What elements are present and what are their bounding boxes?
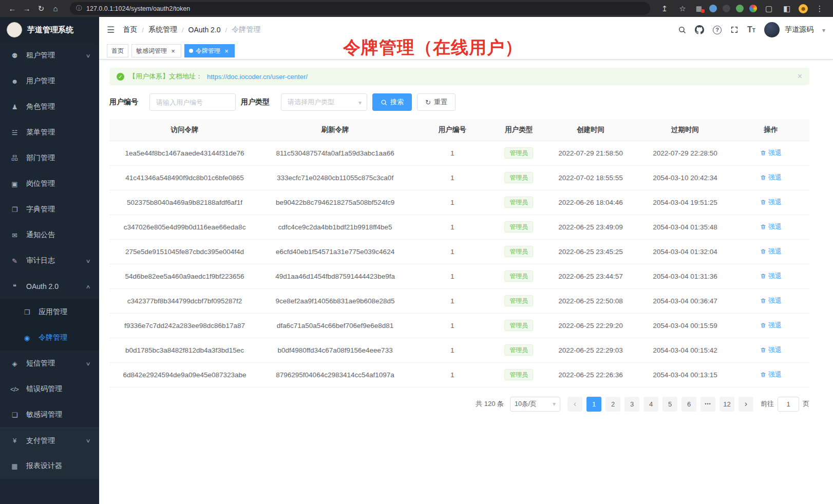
force-logout-button[interactable]: 强退: [760, 148, 782, 158]
search-button[interactable]: 搜索: [372, 93, 412, 111]
force-logout-button[interactable]: 强退: [760, 321, 782, 330]
extension-icon-4[interactable]: [736, 5, 744, 12]
next-page-button[interactable]: [739, 397, 753, 412]
breadcrumb-item[interactable]: 系统管理: [148, 25, 177, 34]
sidebar-item-user[interactable]: ☻用户管理: [0, 68, 99, 94]
page-1-button[interactable]: 1: [586, 397, 601, 412]
bookmark-star-icon[interactable]: [676, 5, 689, 12]
sidebar-item-menu[interactable]: ☱菜单管理: [0, 120, 99, 145]
sidebar-item-oauth2-app[interactable]: ❒应用管理: [0, 299, 99, 325]
force-logout-label: 强退: [768, 198, 782, 207]
trash-icon: [760, 298, 766, 304]
user-name[interactable]: 芋道源码: [785, 25, 813, 34]
page-2-button[interactable]: 2: [605, 397, 620, 412]
search-icon[interactable]: [678, 26, 686, 34]
user-id-input[interactable]: [149, 93, 236, 111]
user-avatar[interactable]: [764, 22, 780, 37]
browser-back-icon[interactable]: [6, 5, 18, 12]
sidebar-item-notice[interactable]: ✉通知公告: [0, 222, 99, 248]
browser-forward-icon[interactable]: [21, 5, 33, 12]
sidebar-item-role[interactable]: ♟角色管理: [0, 94, 99, 120]
force-logout-button[interactable]: 强退: [760, 247, 782, 256]
extension-icon-5[interactable]: [749, 5, 757, 12]
page-4-button[interactable]: 4: [643, 397, 658, 412]
page-3-button[interactable]: 3: [624, 397, 639, 412]
refresh-token-cell: e6cfd40eb1f54571a31e775e039c4624: [260, 239, 410, 264]
page-size-select[interactable]: 10条/页: [510, 397, 560, 412]
action-cell: 强退: [732, 362, 809, 387]
sidebar-item-dept[interactable]: 品部门管理: [0, 145, 99, 171]
page-12-button[interactable]: 12: [720, 397, 734, 412]
sidebar-item-sms[interactable]: ◈短信管理: [0, 351, 99, 376]
force-logout-button[interactable]: 强退: [760, 198, 782, 207]
force-logout-button[interactable]: 强退: [760, 222, 782, 231]
tab-label: 令牌管理: [196, 47, 220, 55]
force-logout-button[interactable]: 强退: [760, 173, 782, 182]
user-type-cell: 管理员: [495, 338, 543, 362]
tab-close-icon[interactable]: [169, 47, 177, 54]
prev-page-button[interactable]: [567, 397, 582, 412]
sidebar-toggle-icon[interactable]: [107, 25, 115, 35]
sidebar-item-oauth2-token[interactable]: ◉令牌管理: [0, 325, 99, 351]
column-header-6: 操作: [732, 119, 809, 141]
page-6-button[interactable]: 6: [681, 397, 696, 412]
reset-button[interactable]: 重置: [417, 93, 456, 111]
force-logout-button[interactable]: 强退: [760, 296, 782, 305]
user-id-cell: 1: [410, 362, 495, 387]
chevron-down-icon[interactable]: [822, 25, 825, 34]
extension-icon-3[interactable]: [723, 5, 730, 12]
refresh-token-cell: 811c530487574fa0af1a59d3abc1aa66: [260, 141, 410, 165]
force-logout-button[interactable]: 强退: [760, 272, 782, 281]
app-logo[interactable]: 芋道管理系统: [0, 17, 99, 43]
create-time-cell: 2022-06-25 23:49:09: [543, 215, 638, 239]
access-token-cell: c342377bf8b344799dcbf7bf095287f2: [109, 288, 260, 313]
header-actions: 芋道源码: [678, 22, 825, 37]
table-row: f9336e7c7dd242a283ee98dc86b17a87dfa6c71a…: [109, 313, 809, 338]
tab-home[interactable]: 首页: [107, 44, 128, 57]
user-type-select[interactable]: 请选择用户类型: [281, 93, 367, 111]
font-size-icon[interactable]: [747, 25, 755, 34]
breadcrumb-item: 令牌管理: [232, 25, 260, 34]
github-icon[interactable]: [695, 25, 704, 34]
alert-close-icon[interactable]: [798, 72, 802, 81]
tab-close-icon[interactable]: [223, 47, 230, 54]
user-type-cell: 管理员: [495, 165, 543, 190]
doc-link[interactable]: https://doc.iocoder.cn/user-center/: [207, 73, 308, 81]
sidebar-item-audit-log[interactable]: ✎审计日志: [0, 248, 99, 274]
sidebar-item-dict[interactable]: ❐字典管理: [0, 197, 99, 222]
site-info-icon[interactable]: [76, 4, 82, 13]
goto-page-input[interactable]: [778, 397, 799, 412]
extension-icon-1[interactable]: [694, 5, 704, 12]
goto-suffix: 页: [803, 399, 809, 409]
browser-profile-avatar[interactable]: [799, 4, 808, 13]
extension-icon-2[interactable]: [709, 5, 717, 12]
side-panel-icon[interactable]: [781, 5, 793, 12]
sidebar-item-report-designer[interactable]: ▦报表设计器: [0, 453, 99, 479]
browser-home-icon[interactable]: [49, 5, 62, 12]
help-icon[interactable]: [713, 26, 722, 34]
sidebar-item-error-code[interactable]: </>错误码管理: [0, 376, 99, 402]
browser-reload-icon[interactable]: [35, 5, 47, 12]
sidebar-item-oauth2[interactable]: ❝OAuth 2.0: [0, 274, 99, 299]
sidebar-item-post[interactable]: ▣岗位管理: [0, 171, 99, 197]
browser-menu-icon[interactable]: [813, 5, 826, 12]
user-type-cell: 管理员: [495, 313, 543, 338]
fullscreen-icon[interactable]: [730, 26, 739, 34]
extensions-puzzle-icon[interactable]: [763, 5, 775, 12]
tab-sensitive-word[interactable]: 敏感词管理: [131, 44, 181, 57]
page-5-button[interactable]: 5: [662, 397, 677, 412]
more-pages-button[interactable]: •••: [701, 397, 715, 412]
column-header-3: 用户类型: [495, 119, 543, 141]
force-logout-button[interactable]: 强退: [760, 370, 782, 379]
share-icon[interactable]: [658, 5, 671, 12]
breadcrumb-item[interactable]: OAuth 2.0: [188, 26, 221, 34]
sidebar-item-tenant[interactable]: ⚉租户管理: [0, 43, 99, 68]
sidebar-item-sensitive-word[interactable]: ❏敏感词管理: [0, 402, 99, 428]
breadcrumb-item[interactable]: 首页: [123, 25, 137, 34]
tab-oauth2-token[interactable]: 令牌管理: [184, 44, 235, 57]
sidebar-item-label: 报表设计器: [26, 461, 90, 471]
browser-address-bar[interactable]: 127.0.0.1:1024/system/oauth2/token: [70, 2, 650, 15]
force-logout-button[interactable]: 强退: [760, 345, 782, 355]
tenants-icon: ⚉: [9, 52, 20, 60]
sidebar-item-pay[interactable]: ¥支付管理: [0, 428, 99, 453]
